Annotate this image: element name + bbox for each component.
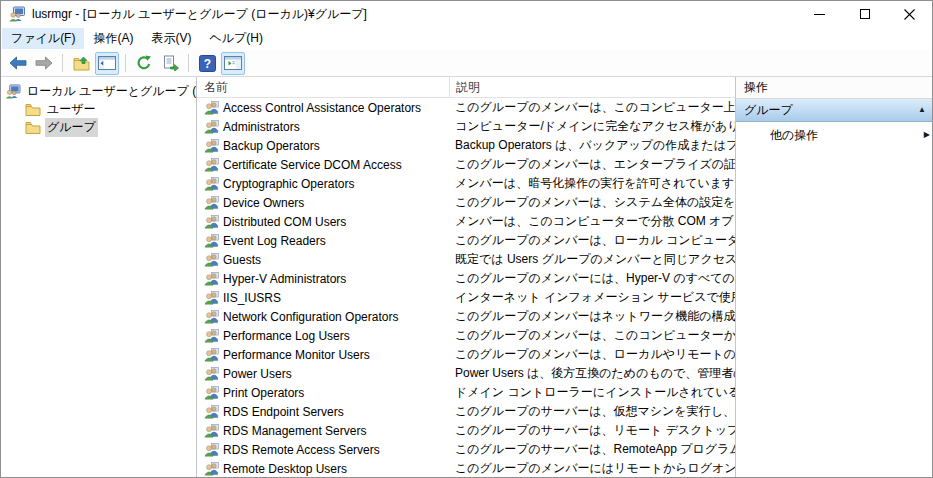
group-name: Administrators bbox=[223, 120, 300, 134]
tree-root-local-users-groups[interactable]: ローカル ユーザーとグループ (ローカル) bbox=[1, 82, 196, 100]
group-description: Power Users は、後方互換のためのもので、管理者の... bbox=[449, 365, 735, 382]
actions-pane: 操作 グループ ▲ 他の操作 ▶ bbox=[736, 77, 932, 477]
group-name: Guests bbox=[223, 253, 261, 267]
tree-item-users[interactable]: ユーザー bbox=[1, 100, 196, 118]
toggle-console-tree-button[interactable] bbox=[95, 52, 119, 75]
menu-bar: ファイル(F) 操作(A) 表示(V) ヘルプ(H) bbox=[1, 27, 932, 50]
up-folder-icon bbox=[73, 56, 90, 71]
toggle-action-pane-button[interactable] bbox=[221, 52, 245, 75]
group-name: RDS Remote Access Servers bbox=[223, 443, 380, 457]
tree-item-label: グループ bbox=[45, 118, 98, 137]
list-item[interactable]: Hyper-V Administrators このグループのメンバーには、Hyp… bbox=[197, 269, 735, 288]
lusrmgr-window: lusrmgr - [ローカル ユーザーとグループ (ローカル)¥グループ] フ… bbox=[0, 0, 933, 478]
list-item[interactable]: Guests 既定では Users グループのメンバーと同じアクセスがあり... bbox=[197, 250, 735, 269]
group-description: このグループのメンバーは、ローカル コンピューターからイベ... bbox=[449, 232, 735, 249]
group-name: Device Owners bbox=[223, 196, 304, 210]
group-name: RDS Endpoint Servers bbox=[223, 405, 344, 419]
menu-action[interactable]: 操作(A) bbox=[84, 28, 142, 49]
toolbar-separator bbox=[188, 54, 189, 72]
group-icon bbox=[204, 252, 219, 267]
list-item[interactable]: RDS Management Servers このグループのサーバーは、リモート… bbox=[197, 421, 735, 440]
list-item[interactable]: Remote Desktop Users このグループのメンバーにはリモートから… bbox=[197, 459, 735, 477]
list-item[interactable]: Print Operators ドメイン コントローラーにインストールされている… bbox=[197, 383, 735, 402]
group-icon bbox=[204, 195, 219, 210]
group-description: Backup Operators は、バックアップの作成またはファイ... bbox=[449, 137, 735, 154]
refresh-button[interactable] bbox=[132, 52, 156, 75]
tree-root-label: ローカル ユーザーとグループ (ローカル) bbox=[25, 82, 197, 101]
close-button[interactable] bbox=[887, 1, 932, 27]
group-name: Cryptographic Operators bbox=[223, 177, 354, 191]
list-item[interactable]: Certificate Service DCOM Access このグループのメ… bbox=[197, 155, 735, 174]
toolbar-separator bbox=[125, 54, 126, 72]
list-item[interactable]: Performance Monitor Users このグループのメンバーは、ロ… bbox=[197, 345, 735, 364]
group-name-cell: Remote Desktop Users bbox=[197, 461, 449, 476]
group-description: このグループのサーバーは、RemoteApp プログラムおよび... bbox=[449, 441, 735, 458]
group-description: コンピューター/ドメインに完全なアクセス権があります。 bbox=[449, 118, 735, 135]
group-icon bbox=[204, 309, 219, 324]
list-item[interactable]: Administrators コンピューター/ドメインに完全なアクセス権がありま… bbox=[197, 117, 735, 136]
group-description: インターネット インフォメーション サービスで使用するビルト... bbox=[449, 289, 735, 306]
list-item[interactable]: Event Log Readers このグループのメンバーは、ローカル コンピュ… bbox=[197, 231, 735, 250]
back-icon bbox=[9, 56, 27, 70]
group-description: このグループのメンバーはネットワーク機能の構成を管理... bbox=[449, 308, 735, 325]
group-name-cell: Hyper-V Administrators bbox=[197, 271, 449, 286]
group-icon bbox=[204, 442, 219, 457]
list-item[interactable]: Performance Log Users このグループのメンバーは、このコンピ… bbox=[197, 326, 735, 345]
group-description: メンバーは、暗号化操作の実行を許可されています。 bbox=[449, 175, 735, 192]
group-name-cell: IIS_IUSRS bbox=[197, 290, 449, 305]
group-name-cell: Device Owners bbox=[197, 195, 449, 210]
menu-file[interactable]: ファイル(F) bbox=[2, 28, 84, 49]
group-name: IIS_IUSRS bbox=[223, 291, 281, 305]
group-name-cell: Distributed COM Users bbox=[197, 214, 449, 229]
group-description: メンバーは、このコンピューターで分散 COM オブジェクトを... bbox=[449, 213, 735, 230]
actions-section-label: グループ bbox=[744, 102, 793, 119]
group-icon bbox=[204, 366, 219, 381]
group-name: Backup Operators bbox=[223, 139, 320, 153]
column-header-name[interactable]: 名前 bbox=[197, 77, 449, 97]
collapse-arrow-icon[interactable]: ▲ bbox=[918, 106, 926, 114]
group-icon bbox=[204, 233, 219, 248]
toolbar-separator bbox=[62, 54, 63, 72]
export-list-button[interactable] bbox=[158, 52, 182, 75]
menu-help[interactable]: ヘルプ(H) bbox=[200, 28, 272, 49]
help-button[interactable]: ? bbox=[195, 52, 219, 75]
toolbar: ? bbox=[1, 50, 932, 77]
console-tree-icon bbox=[98, 56, 116, 70]
list-item[interactable]: Cryptographic Operators メンバーは、暗号化操作の実行を許… bbox=[197, 174, 735, 193]
group-icon bbox=[204, 328, 219, 343]
list-item[interactable]: IIS_IUSRS インターネット インフォメーション サービスで使用するビルト… bbox=[197, 288, 735, 307]
forward-button[interactable] bbox=[32, 52, 56, 75]
group-icon bbox=[204, 385, 219, 400]
list-item[interactable]: Distributed COM Users メンバーは、このコンピューターで分散… bbox=[197, 212, 735, 231]
list-item[interactable]: Network Configuration Operators このグループのメ… bbox=[197, 307, 735, 326]
column-header-description[interactable]: 説明 bbox=[449, 77, 735, 97]
group-name: Remote Desktop Users bbox=[223, 462, 347, 476]
group-name-cell: Administrators bbox=[197, 119, 449, 134]
group-name: Certificate Service DCOM Access bbox=[223, 158, 402, 172]
action-pane-icon bbox=[224, 56, 242, 70]
list-item[interactable]: RDS Endpoint Servers このグループのサーバーは、仮想マシンを… bbox=[197, 402, 735, 421]
group-name-cell: RDS Remote Access Servers bbox=[197, 442, 449, 457]
group-name: Hyper-V Administrators bbox=[223, 272, 346, 286]
group-icon bbox=[204, 347, 219, 362]
list-item[interactable]: Device Owners このグループのメンバーは、システム全体の設定を変更で… bbox=[197, 193, 735, 212]
menu-view[interactable]: 表示(V) bbox=[142, 28, 200, 49]
group-icon bbox=[204, 138, 219, 153]
tree-item-groups[interactable]: グループ bbox=[1, 118, 196, 136]
actions-item-more-actions[interactable]: 他の操作 ▶ bbox=[736, 122, 932, 148]
actions-section-group[interactable]: グループ ▲ bbox=[736, 99, 932, 122]
list-item[interactable]: Access Control Assistance Operators このグル… bbox=[197, 98, 735, 117]
more-actions-label: 他の操作 bbox=[770, 127, 818, 144]
up-folder-button[interactable] bbox=[69, 52, 93, 75]
minimize-button[interactable] bbox=[797, 1, 842, 27]
group-name: Event Log Readers bbox=[223, 234, 326, 248]
submenu-arrow-icon: ▶ bbox=[924, 131, 930, 139]
list-item[interactable]: RDS Remote Access Servers このグループのサーバーは、R… bbox=[197, 440, 735, 459]
maximize-button[interactable] bbox=[842, 1, 887, 27]
group-name-cell: Cryptographic Operators bbox=[197, 176, 449, 191]
group-description: このグループのメンバーは、エンタープライズの証明機関に... bbox=[449, 156, 735, 173]
group-description: このグループのメンバーは、このコンピューターから、ローカル... bbox=[449, 327, 735, 344]
back-button[interactable] bbox=[6, 52, 30, 75]
list-item[interactable]: Power Users Power Users は、後方互換のためのもので、管理… bbox=[197, 364, 735, 383]
list-item[interactable]: Backup Operators Backup Operators は、バックア… bbox=[197, 136, 735, 155]
